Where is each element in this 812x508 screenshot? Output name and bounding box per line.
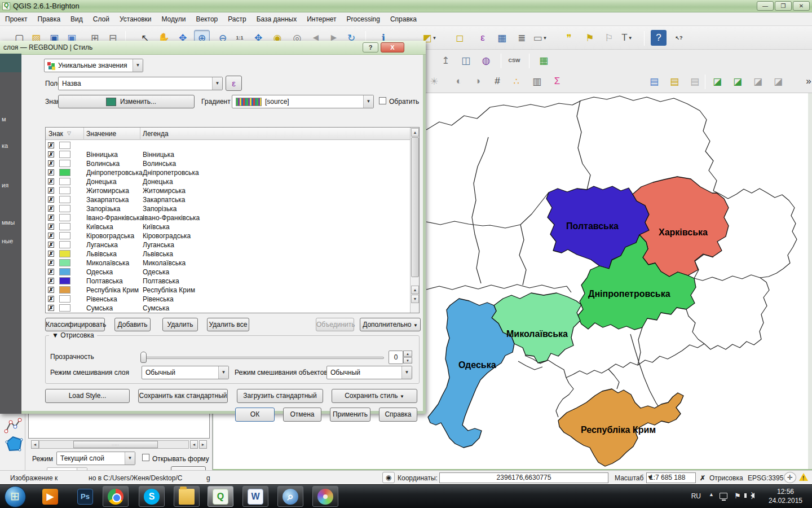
table-row[interactable]: ✗ЗакарпатськаЗакарпатська	[46, 195, 410, 204]
scroll-down-icon[interactable]: ▼	[411, 295, 419, 303]
network-icon[interactable]	[720, 493, 727, 499]
restore-button[interactable]: ❐	[775, 1, 792, 11]
menu-11[interactable]: Справка	[385, 13, 422, 25]
clock[interactable]: 12:56 24.02.2015	[764, 487, 807, 505]
field-combo[interactable]: Назва ▼	[58, 77, 223, 90]
taskbar-app-explorer[interactable]	[174, 486, 200, 507]
coordinates-input[interactable]: 2396176,6630775	[439, 472, 608, 483]
hscroll-thumb[interactable]: :::::	[73, 441, 158, 448]
scroll-up-icon[interactable]: ▲	[411, 128, 419, 137]
vector-tool-4-icon[interactable]: ◪	[770, 73, 786, 89]
taskbar-app-media-player[interactable]: ▶	[37, 486, 63, 507]
close-button[interactable]: ✕	[793, 1, 810, 11]
row-checkbox[interactable]: ✗	[48, 287, 54, 293]
apply-button[interactable]: Применить	[330, 408, 370, 422]
row-color-swatch[interactable]	[59, 214, 70, 221]
vector-add-2-icon[interactable]: ◪	[730, 73, 745, 89]
volume-icon[interactable]	[751, 493, 754, 498]
expression-button[interactable]: ε	[226, 76, 242, 91]
table-row[interactable]: ✗ЖитомирськаЖитомирська	[46, 186, 410, 195]
scroll-up2-icon[interactable]: ▲	[411, 286, 419, 294]
table-row[interactable]: ✗КіровоградськаКіровоградська	[46, 231, 410, 240]
row-checkbox[interactable]: ✗	[48, 169, 54, 176]
add-button[interactable]: Добавить	[114, 318, 151, 331]
row-checkbox[interactable]: ✗	[48, 260, 54, 266]
row-color-swatch[interactable]	[59, 205, 70, 212]
table-row[interactable]: ✗ПолтавськаПолтавська	[46, 277, 410, 286]
classify-button[interactable]: Классифицировать	[45, 318, 105, 331]
menu-5[interactable]: Модули	[156, 13, 191, 25]
row-color-swatch[interactable]	[59, 151, 70, 158]
raster-brightness-icon[interactable]: ☀	[426, 73, 442, 89]
whats-this-icon[interactable]: ↖?	[671, 30, 687, 46]
tray-expand-icon[interactable]: ▲	[709, 492, 714, 497]
statistics-sum-icon[interactable]: Σ	[549, 73, 565, 89]
row-checkbox[interactable]: ✗	[48, 278, 54, 284]
start-button[interactable]	[5, 486, 26, 507]
row-checkbox[interactable]: ✗	[48, 187, 54, 194]
row-color-swatch[interactable]	[59, 286, 70, 294]
contrast-decrease-icon[interactable]: ◑	[470, 73, 486, 89]
table-manager-icon[interactable]: ▦	[536, 52, 551, 68]
text-annotation-icon[interactable]: T▼	[619, 30, 635, 46]
import-vector-db-icon[interactable]: ◫	[458, 52, 474, 68]
chevron-down-icon[interactable]: ▼	[133, 59, 143, 72]
table-row[interactable]: ✗ЛьвівськаЛьвівська	[46, 249, 410, 259]
renderer-combo[interactable]: Уникальные значения ▼	[44, 59, 143, 72]
select-by-expression-icon[interactable]: ε	[475, 30, 491, 46]
taskbar-app-skype[interactable]: S	[139, 486, 165, 507]
row-checkbox[interactable]: ✗	[48, 305, 54, 311]
menu-0[interactable]: Проект	[0, 13, 33, 25]
table-row[interactable]: ✗ДонецькаДонецька	[46, 177, 410, 186]
table-scrollbar[interactable]: ▲ ▲ ▼	[410, 128, 419, 313]
menu-1[interactable]: Правка	[33, 13, 66, 25]
raster-points-icon[interactable]: ∴	[509, 73, 524, 89]
taskbar-app-qgis[interactable]: Q	[208, 486, 233, 507]
menu-7[interactable]: Растр	[223, 13, 251, 25]
row-checkbox[interactable]: ✗	[48, 196, 54, 203]
row-color-swatch[interactable]	[59, 223, 70, 230]
remove-all-button[interactable]: Удалить все	[207, 318, 249, 331]
menu-6[interactable]: Вектор	[191, 13, 223, 25]
map-region[interactable]	[633, 177, 729, 277]
csw-catalog-icon[interactable]: CSW	[506, 52, 522, 68]
row-checkbox[interactable]: ✗	[48, 233, 54, 239]
chevron-down-icon[interactable]: ▼	[363, 95, 373, 108]
hscroll-track[interactable]: :::::	[39, 440, 189, 449]
table-row[interactable]: ✗Республіка КримРеспубліка Крим	[46, 286, 410, 295]
spin-up-icon[interactable]: ▲	[403, 351, 412, 357]
toolbar-overflow-icon[interactable]: »	[801, 73, 812, 89]
col-value[interactable]: Значение	[86, 130, 116, 138]
cancel-button[interactable]: Отмена	[283, 408, 321, 422]
table-row[interactable]: ✗СумськаСумська	[46, 304, 410, 313]
row-checkbox[interactable]: ✗	[48, 296, 54, 302]
row-color-swatch[interactable]	[59, 250, 70, 257]
hscroll-left-icon[interactable]: ◄	[31, 440, 39, 449]
advanced-button[interactable]: Дополнительно ▼	[360, 318, 421, 331]
row-color-swatch[interactable]	[59, 196, 70, 203]
taskbar-app-word[interactable]: W	[242, 486, 268, 507]
table-row[interactable]: ✗ОдеськаОдеська	[46, 268, 410, 277]
db-manager-icon[interactable]: ◍	[478, 52, 494, 68]
filter-icon[interactable]: ▽	[67, 130, 71, 136]
dialog-help-button[interactable]: Справка	[379, 408, 417, 422]
identify-list[interactable]	[28, 414, 210, 439]
open-form-checkbox[interactable]	[142, 454, 149, 461]
histogram-stretch-icon[interactable]: ▥	[529, 73, 545, 89]
action-center-flag-icon[interactable]: ⚑	[734, 492, 741, 500]
rendering-group-title[interactable]: ▼ Отрисовка	[49, 331, 97, 339]
row-checkbox[interactable]: ✗	[48, 251, 54, 257]
field-calculator-icon[interactable]: ≣	[514, 30, 529, 46]
remove-button[interactable]: Удалить	[162, 318, 198, 331]
table-row[interactable]: ✗ЗапорізькаЗапорізька	[46, 204, 410, 213]
help-contents-icon[interactable]: ?	[651, 30, 667, 46]
gradient-combo[interactable]: [source] ▼	[232, 95, 374, 108]
vector-add-1-icon[interactable]: ◪	[709, 73, 725, 89]
row-color-swatch[interactable]	[59, 304, 70, 312]
row-color-swatch[interactable]	[59, 178, 70, 185]
chevron-down-icon[interactable]: ▼	[212, 77, 222, 90]
menu-8[interactable]: База данных	[251, 13, 302, 25]
hscroll-right-icon[interactable]: ►	[199, 440, 207, 449]
menu-9[interactable]: Интернет	[302, 13, 341, 25]
measure-icon[interactable]: ▭▼	[532, 30, 548, 46]
